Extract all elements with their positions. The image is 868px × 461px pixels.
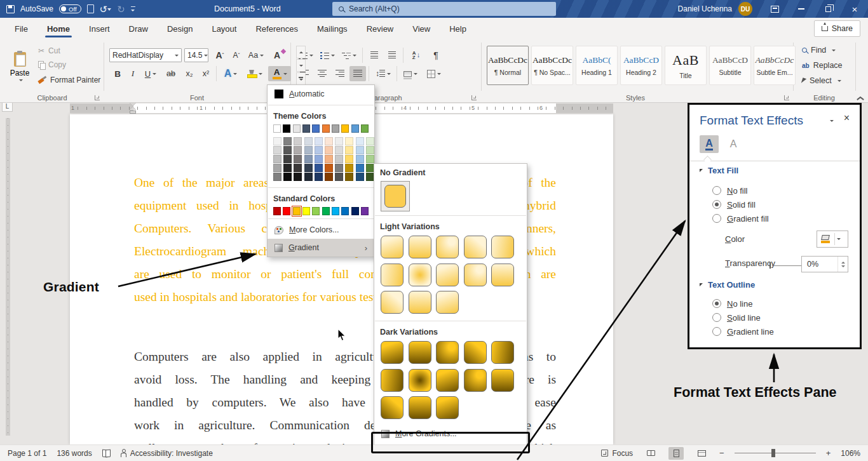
slider-handle[interactable] <box>770 262 771 269</box>
superscript-button[interactable]: x² <box>198 66 214 81</box>
style-card--no-spac-[interactable]: AaBbCcDc¶ No Spac... <box>531 46 573 85</box>
dark-gradient-swatch[interactable] <box>436 369 459 392</box>
ribbon-display-options-button[interactable] <box>761 0 788 18</box>
theme-variation-swatch[interactable] <box>283 155 292 163</box>
theme-variation-swatch[interactable] <box>356 146 364 154</box>
radio-icon[interactable] <box>712 214 721 223</box>
style-card-heading-2[interactable]: AaBbCcDHeading 2 <box>620 46 662 85</box>
pane-options-chevron-icon[interactable] <box>830 120 834 122</box>
tab-layout[interactable]: Layout <box>202 18 246 39</box>
light-gradient-swatch[interactable] <box>436 264 459 286</box>
standard-color-swatch[interactable] <box>351 207 359 215</box>
style-card-title[interactable]: AaBTitle <box>665 46 707 85</box>
styles-gallery-more[interactable] <box>296 72 306 85</box>
theme-variation-swatch[interactable] <box>345 173 353 181</box>
italic-button[interactable]: I <box>126 66 140 81</box>
theme-color-swatch[interactable] <box>293 124 301 133</box>
theme-variation-swatch[interactable] <box>304 173 313 181</box>
tab-insert[interactable]: Insert <box>79 18 119 39</box>
format-painter-button[interactable]: Format Painter <box>38 74 100 86</box>
tab-references[interactable]: References <box>246 18 307 39</box>
theme-variation-swatch[interactable] <box>335 155 343 163</box>
tab-text-effects[interactable]: A <box>724 135 743 153</box>
theme-color-swatch[interactable] <box>351 124 359 133</box>
standard-color-swatch[interactable] <box>332 207 339 215</box>
standard-color-swatch[interactable] <box>322 207 330 215</box>
theme-variation-swatch[interactable] <box>335 146 343 154</box>
theme-variation-swatch[interactable] <box>325 137 333 145</box>
style-card-subtle-em-[interactable]: AaBbCcDcSubtle Em... <box>754 46 796 85</box>
show-paragraph-marks-button[interactable]: ¶ <box>428 48 444 63</box>
tab-draw[interactable]: Draw <box>119 18 158 39</box>
theme-variation-swatch[interactable] <box>345 137 353 145</box>
collapse-ribbon-button[interactable] <box>857 95 863 99</box>
dark-gradient-swatch[interactable] <box>491 369 514 392</box>
theme-variation-swatch[interactable] <box>345 155 353 163</box>
theme-variation-swatch[interactable] <box>273 137 281 145</box>
tab-design[interactable]: Design <box>158 18 202 39</box>
fill-option-no-fill[interactable]: No fill <box>712 184 769 197</box>
light-gradient-swatch[interactable] <box>381 264 403 286</box>
save-icon[interactable] <box>6 5 15 13</box>
theme-variation-swatch[interactable] <box>315 173 323 181</box>
radio-selected-icon[interactable] <box>712 299 721 308</box>
avatar[interactable]: DU <box>738 2 752 16</box>
spinner-arrows[interactable] <box>837 257 848 272</box>
theme-color-swatch[interactable] <box>341 124 349 133</box>
style-card-subtitle[interactable]: AaBbCcDSubtitle <box>709 46 751 85</box>
theme-variation-swatch[interactable] <box>356 137 364 145</box>
light-gradient-swatch[interactable] <box>491 264 514 286</box>
grow-font-button[interactable]: Aˆ <box>212 48 227 63</box>
highlight-color-button[interactable] <box>244 66 266 81</box>
theme-variation-swatch[interactable] <box>345 146 353 154</box>
tab-file[interactable]: File <box>5 18 37 39</box>
theme-color-swatch[interactable] <box>361 124 369 133</box>
theme-variation-swatch[interactable] <box>325 155 333 163</box>
light-gradient-swatch[interactable] <box>436 291 459 314</box>
replace-button[interactable]: ab Replace <box>802 58 843 72</box>
theme-variation-swatch[interactable] <box>335 137 343 145</box>
theme-variation-swatch[interactable] <box>294 173 302 181</box>
theme-variation-swatch[interactable] <box>366 146 374 154</box>
outline-option-gradient-line[interactable]: Gradient line <box>712 324 774 338</box>
numbering-button[interactable] <box>318 48 337 63</box>
theme-variation-swatch[interactable] <box>273 173 281 181</box>
dark-gradient-swatch[interactable] <box>491 341 514 364</box>
standard-color-swatch[interactable] <box>293 207 301 215</box>
outline-option-no-line[interactable]: No line <box>712 297 774 311</box>
theme-variation-swatch[interactable] <box>335 164 343 172</box>
theme-variation-swatch[interactable] <box>325 164 333 172</box>
clear-formatting-button[interactable]: A <box>269 48 285 63</box>
light-gradient-swatch[interactable] <box>491 236 514 258</box>
no-gradient-swatch-selected[interactable] <box>381 181 410 211</box>
dark-gradient-swatch[interactable] <box>464 341 487 364</box>
read-mode-button[interactable] <box>643 447 658 460</box>
customize-quick-access-button[interactable] <box>131 6 135 11</box>
tab-help[interactable]: Help <box>440 18 476 39</box>
theme-variation-swatch[interactable] <box>366 137 374 145</box>
undo-button[interactable]: ↺ <box>100 4 112 14</box>
theme-variation-swatch[interactable] <box>315 155 323 163</box>
justify-button[interactable] <box>349 66 366 81</box>
menu-item-more-colors[interactable]: More Colors... <box>268 221 374 239</box>
restore-button[interactable] <box>815 0 841 18</box>
theme-variation-swatch[interactable] <box>366 164 374 172</box>
menu-item-automatic[interactable]: Automatic <box>268 85 374 103</box>
select-button[interactable]: Select <box>802 74 841 88</box>
subscript-button[interactable]: x₂ <box>182 66 197 81</box>
new-document-icon[interactable] <box>87 4 94 13</box>
font-color-button[interactable]: A <box>268 66 291 81</box>
increase-indent-button[interactable] <box>384 48 400 63</box>
dark-gradient-swatch[interactable] <box>409 341 431 364</box>
align-center-button[interactable] <box>314 66 330 81</box>
dark-gradient-swatch[interactable] <box>436 396 459 419</box>
theme-variation-swatch[interactable] <box>335 173 343 181</box>
print-layout-button[interactable] <box>668 447 684 460</box>
dark-gradient-swatch[interactable] <box>409 369 431 392</box>
radio-icon[interactable] <box>712 313 721 322</box>
theme-variation-swatch[interactable] <box>283 173 292 181</box>
zoom-level[interactable]: 106% <box>841 449 860 458</box>
styles-dialog-launcher[interactable] <box>784 95 789 100</box>
theme-variation-swatch[interactable] <box>273 155 281 163</box>
theme-variation-swatch[interactable] <box>294 155 302 163</box>
